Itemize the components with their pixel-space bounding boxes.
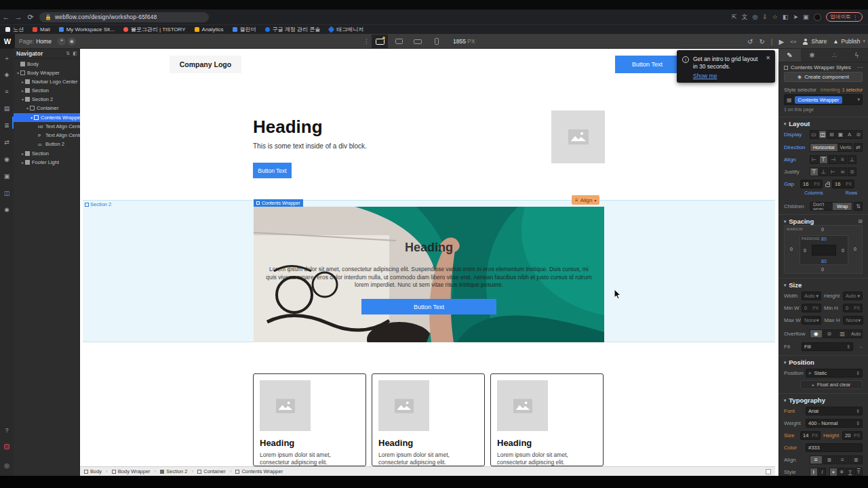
width-input[interactable]: Auto▾ bbox=[802, 291, 821, 300]
ecommerce-icon[interactable]: ▣ bbox=[0, 173, 14, 180]
breakpoint-desktop[interactable] bbox=[372, 35, 388, 48]
reload-icon[interactable]: ⟳ bbox=[24, 13, 37, 22]
display-block-icon[interactable]: ▭ bbox=[810, 130, 818, 139]
min-w-input[interactable]: 0PX bbox=[802, 304, 821, 312]
card-heading[interactable]: Heading bbox=[378, 438, 478, 448]
breakpoint-tablet[interactable] bbox=[391, 35, 407, 48]
wrap-reverse-icon[interactable]: ⇅ bbox=[854, 202, 863, 211]
comments-icon[interactable]: ❝ bbox=[58, 37, 66, 45]
margin-bottom-value[interactable]: 0 bbox=[821, 267, 824, 272]
download-icon[interactable]: ⇩ bbox=[762, 14, 768, 20]
bookmark-workspace[interactable]: My Workspace Sit... bbox=[59, 26, 115, 33]
bookmark-notion[interactable]: 노션 bbox=[5, 26, 24, 33]
bookmark-google-admin[interactable]: 구글 계정 관리 콘솔 bbox=[265, 26, 321, 33]
image-placeholder[interactable] bbox=[551, 110, 605, 163]
extension-icon[interactable]: ◧ bbox=[783, 14, 789, 20]
justify-around-icon[interactable]: ≎ bbox=[848, 167, 856, 176]
display-grid-icon[interactable]: ⊞ bbox=[827, 130, 835, 139]
caret-open-icon[interactable]: ▾ bbox=[29, 115, 34, 120]
audit-icon[interactable] bbox=[0, 444, 14, 451]
breakpoint-mobile[interactable] bbox=[429, 35, 445, 48]
overflow-scroll-icon[interactable]: ▥ bbox=[836, 329, 849, 338]
inheriting-prefix[interactable]: Inheriting bbox=[821, 87, 840, 92]
overflow-visible-icon[interactable]: ◉ bbox=[810, 329, 823, 338]
card[interactable]: Heading Lorem ipsum dolor sit amet, cons… bbox=[253, 373, 366, 466]
share-button[interactable]: Share bbox=[802, 38, 827, 45]
inheriting-count[interactable]: 1 selector bbox=[842, 87, 863, 92]
justify-start-icon[interactable]: ⊤ bbox=[810, 167, 818, 176]
close-icon[interactable]: ✕ bbox=[766, 55, 770, 61]
tab-settings[interactable]: ✱ bbox=[801, 49, 823, 62]
class-tag[interactable]: Contents Wrapper bbox=[795, 96, 843, 104]
direction-reverse-icon[interactable]: ⇄ bbox=[854, 143, 863, 152]
forward-icon[interactable]: → bbox=[12, 13, 24, 21]
overflow-auto-button[interactable]: Auto bbox=[850, 329, 863, 338]
image-placeholder[interactable] bbox=[497, 380, 548, 431]
components-icon[interactable]: ◈ bbox=[0, 71, 14, 78]
preview-icon[interactable]: ▶ bbox=[778, 38, 784, 45]
search-icon[interactable]: ◎ bbox=[0, 462, 14, 469]
margin-left-value[interactable]: 0 bbox=[790, 247, 793, 251]
display-inline-icon[interactable]: A bbox=[846, 130, 854, 139]
bookmark-tag-manager[interactable]: 태그매니저 bbox=[329, 26, 363, 33]
bookmark-mail[interactable]: Mail bbox=[33, 26, 50, 33]
zoom-page-icon[interactable]: ◎ bbox=[752, 14, 757, 20]
collapse-all-icon[interactable]: ⇅ bbox=[66, 51, 71, 56]
hero-paragraph[interactable]: This is some text inside of a div block. bbox=[253, 142, 367, 150]
settings-icon[interactable]: ✱ bbox=[0, 207, 14, 214]
pin-icon[interactable]: ➤ bbox=[793, 14, 798, 20]
class-selector-field[interactable]: ▦ Contents Wrapper ▾ bbox=[784, 94, 863, 105]
wrap-option[interactable]: Wrap bbox=[833, 203, 852, 210]
typography-section-header[interactable]: ▾Typography bbox=[784, 396, 863, 404]
display-none-icon[interactable]: ⊘ bbox=[854, 130, 863, 139]
text-align-left-icon[interactable]: ≡ bbox=[810, 455, 823, 464]
gap-columns-input[interactable]: 16PX bbox=[800, 180, 823, 188]
caret-closed-icon[interactable]: ▸ bbox=[20, 151, 25, 156]
direction-vertical[interactable]: Vertical bbox=[837, 144, 852, 151]
tab-style[interactable]: ✎ bbox=[778, 49, 801, 62]
align-end-icon[interactable]: ⊣ bbox=[829, 155, 837, 164]
line-height-input[interactable]: 20PX bbox=[842, 431, 863, 440]
font-select[interactable]: Arial⇕ bbox=[806, 407, 863, 415]
browser-update-button[interactable]: 업데이트 ⋮ bbox=[826, 12, 863, 22]
size-section-header[interactable]: ▾Size bbox=[784, 281, 863, 289]
navigator-item-container[interactable]: ▾Container bbox=[14, 104, 80, 113]
max-h-input[interactable]: None▾ bbox=[843, 316, 863, 325]
caret-open-icon[interactable]: ▾ bbox=[20, 97, 25, 102]
breadcrumb-expand-icon[interactable] bbox=[766, 469, 771, 474]
back-icon[interactable]: ← bbox=[0, 13, 12, 21]
navigator-item-paragraph[interactable]: PText Align Center bbox=[14, 131, 80, 140]
logic-icon[interactable]: ⇄ bbox=[0, 139, 14, 146]
dock-panel-icon[interactable]: ◧ bbox=[73, 51, 77, 56]
navigator-item-section-3[interactable]: ▸Section bbox=[14, 149, 80, 158]
card-text[interactable]: Lorem ipsum dolor sit amet, consectetur … bbox=[497, 451, 597, 466]
max-w-input[interactable]: None▾ bbox=[802, 316, 821, 325]
margin-top-value[interactable]: 0 bbox=[821, 227, 824, 232]
color-input[interactable]: #333 bbox=[806, 443, 863, 452]
more-options-icon[interactable]: ⋯ bbox=[857, 64, 863, 70]
sidepanel-icon[interactable]: ▣ bbox=[803, 14, 809, 20]
min-h-input[interactable]: 0PX bbox=[843, 304, 863, 312]
image-placeholder[interactable] bbox=[378, 380, 429, 431]
display-inline-block-icon[interactable]: ▣ bbox=[837, 130, 845, 139]
help-icon[interactable]: ? bbox=[0, 427, 14, 434]
caret-closed-icon[interactable]: ▸ bbox=[20, 79, 25, 84]
fit-reset-icon[interactable]: – bbox=[860, 344, 863, 350]
navigator-icon[interactable]: ≡ bbox=[0, 88, 14, 95]
bookmark-tistory[interactable]: 블로그관리 | TISTORY bbox=[123, 26, 186, 33]
card[interactable]: Heading Lorem ipsum dolor sit amet, cons… bbox=[372, 373, 485, 466]
justify-end-icon[interactable]: ⊢ bbox=[829, 167, 837, 176]
text-align-right-icon[interactable]: ≡ bbox=[836, 455, 849, 464]
breadcrumb-section-2[interactable]: Section 2 bbox=[160, 468, 187, 474]
section-paragraph[interactable]: Lorem ipsum dolor sit amet, consectetur … bbox=[264, 266, 593, 289]
navbar-button[interactable]: Button Text bbox=[615, 56, 679, 73]
breadcrumb-container[interactable]: Container bbox=[197, 468, 226, 474]
card-heading[interactable]: Heading bbox=[260, 438, 359, 448]
bookmark-analytics[interactable]: Analytics bbox=[195, 26, 224, 33]
navigator-item-button[interactable]: ▭Button 2 bbox=[14, 140, 80, 148]
navigator-item-body-wrapper[interactable]: ▾Body Wrapper bbox=[14, 68, 80, 77]
weight-select[interactable]: 400 - Normal⇕ bbox=[806, 419, 863, 428]
layout-section-header[interactable]: ▾Layout bbox=[784, 120, 863, 127]
height-input[interactable]: Auto▾ bbox=[843, 291, 863, 300]
justify-center-icon[interactable]: ⊥ bbox=[819, 167, 828, 176]
